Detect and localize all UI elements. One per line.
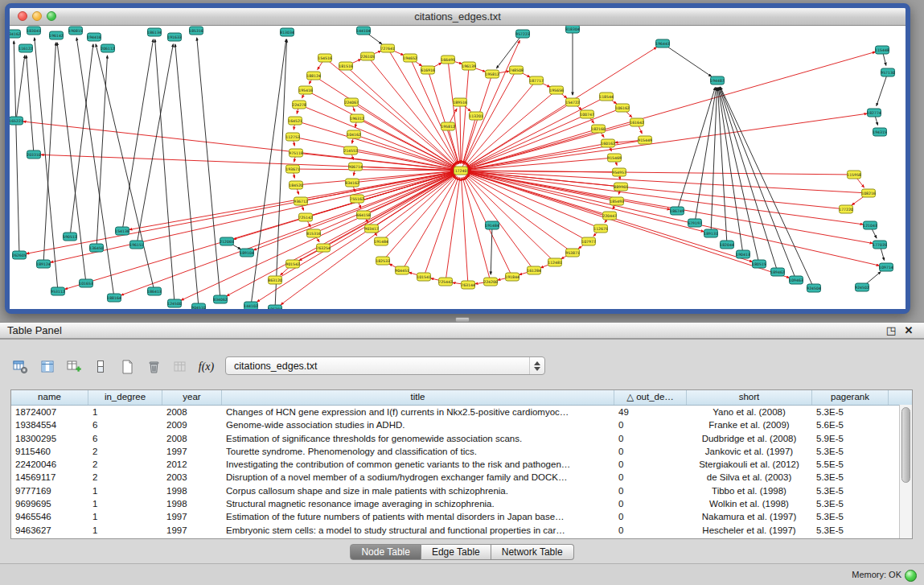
tab-edge-table[interactable]: Edge Table — [421, 544, 491, 560]
table-row[interactable]: 1872400712008Changes of HCN gene express… — [11, 406, 912, 418]
graph-node[interactable]: 220447 — [602, 212, 617, 220]
graph-node[interactable]: 975118 — [289, 149, 303, 157]
graph-node[interactable]: 191844 — [505, 273, 519, 281]
graph-node[interactable]: 115958 — [847, 171, 861, 179]
graph-node[interactable]: 187717 — [529, 76, 544, 84]
graph-node[interactable]: 183041 — [27, 27, 41, 35]
zoom-button[interactable] — [47, 11, 56, 21]
graph-node[interactable]: 616916 — [421, 66, 435, 74]
graph-node[interactable]: 191484 — [485, 221, 499, 229]
create-column-icon[interactable] — [63, 356, 84, 377]
graph-node[interactable]: 957130 — [881, 68, 895, 76]
graph-node[interactable]: 165221 — [10, 117, 23, 125]
column-header-in_degree[interactable]: in_degree — [88, 390, 162, 405]
graph-node[interactable]: 224200 — [483, 278, 498, 286]
graph-node[interactable]: 224278 — [292, 101, 306, 109]
graph-node[interactable]: 203310 — [27, 150, 41, 159]
graph-node[interactable]: 904451 — [395, 266, 409, 274]
graph-node[interactable]: 100747 — [580, 110, 594, 118]
graph-node[interactable]: 936712 — [294, 197, 308, 205]
table-select[interactable]: citations_edges.txt — [225, 356, 545, 375]
graph-node[interactable]: 144104 — [356, 27, 371, 35]
graph-node[interactable]: 226105 — [360, 52, 375, 60]
graph-node[interactable]: 191484 — [374, 237, 388, 245]
table-scrollbar[interactable] — [899, 405, 912, 538]
graph-node[interactable]: 154722 — [565, 98, 580, 106]
column-header-out_degree[interactable]: △ out_de… — [614, 390, 687, 405]
graph-node[interactable]: 189124 — [36, 260, 51, 268]
column-header-title[interactable]: title — [222, 390, 614, 405]
column-header-pagerank[interactable]: pagerank — [812, 390, 889, 405]
graph-node[interactable]: 196151 — [129, 241, 144, 249]
graph-node[interactable]: 109714 — [879, 263, 893, 271]
graph-node[interactable]: 196443 — [655, 39, 670, 47]
new-table-icon[interactable] — [116, 356, 138, 377]
graph-node[interactable]: 182774 — [867, 109, 881, 117]
graph-node[interactable]: 924504 — [807, 284, 821, 292]
graph-node[interactable]: 813034 — [280, 28, 294, 36]
graph-node[interactable]: 748508 — [509, 66, 524, 74]
graph-node[interactable]: 189131 — [704, 229, 718, 237]
graph-node[interactable]: 679197 — [688, 219, 702, 227]
graph-node[interactable]: 189516 — [453, 98, 467, 106]
scrollbar-thumb[interactable] — [901, 407, 910, 483]
graph-node[interactable]: 185493 — [610, 197, 624, 205]
table-row[interactable]: 2242004622012Investigating the contribut… — [11, 458, 912, 471]
graph-node[interactable]: 725442 — [438, 278, 453, 286]
table-row[interactable]: 977716911998Corpus callosum shape and si… — [11, 484, 912, 497]
graph-node[interactable]: 106162 — [615, 104, 630, 112]
graph-node[interactable]: 154136 — [115, 227, 129, 235]
graph-node[interactable]: 101653 — [79, 279, 93, 287]
graph-node[interactable]: 181516 — [339, 62, 353, 70]
graph-node[interactable]: 188164 — [107, 294, 121, 302]
graph-node[interactable]: 160162 — [601, 139, 615, 147]
graph-node[interactable]: 196139 — [462, 62, 476, 70]
graph-node[interactable]: 136450 — [89, 244, 104, 252]
graph-node[interactable]: 144102 — [244, 302, 258, 309]
table-row[interactable]: 1830029562008Estimation of significance … — [11, 432, 912, 445]
graph-node[interactable]: 182044 — [720, 241, 734, 249]
graph-node[interactable]: 194652 — [403, 54, 417, 62]
column-header-name[interactable]: name — [11, 390, 88, 405]
graph-node[interactable]: 112675 — [593, 225, 608, 233]
graph-node[interactable]: 112481 — [548, 258, 562, 266]
graph-node[interactable]: 262605 — [12, 251, 27, 259]
show-columns-icon[interactable] — [36, 356, 58, 377]
network-window-titlebar[interactable]: citations_edges.txt — [10, 8, 906, 26]
table-row[interactable]: 1456911722003Disruption of a novel membe… — [11, 471, 912, 484]
graph-node[interactable]: 214553 — [343, 146, 358, 154]
graph-node[interactable]: 755162 — [350, 195, 364, 203]
graph-node[interactable]: 194487 — [710, 76, 725, 84]
graph-node[interactable]: 953112 — [51, 287, 65, 295]
graph-node[interactable]: 115448 — [875, 46, 889, 54]
graph-node[interactable]: 901542 — [285, 260, 300, 268]
network-canvas[interactable]: 1724015451618812419541622427816452111275… — [10, 26, 906, 309]
graph-node[interactable]: 182533 — [376, 257, 390, 265]
graph-node[interactable]: 186749 — [670, 207, 684, 215]
function-builder-icon[interactable]: f(x) — [195, 356, 217, 377]
table-row[interactable]: 911546021997Tourette syndrome. Phenomeno… — [11, 445, 912, 458]
graph-node[interactable]: 195656 — [549, 86, 564, 94]
graph-node[interactable]: 189462 — [770, 268, 785, 276]
graph-node[interactable]: 161284 — [527, 266, 541, 274]
graph-node[interactable]: 953871 — [565, 249, 580, 257]
graph-node[interactable]: 725142 — [298, 213, 313, 221]
tab-network-table[interactable]: Network Table — [491, 544, 574, 560]
graph-node[interactable]: 191633 — [167, 33, 182, 41]
graph-node[interactable]: 164521 — [288, 117, 302, 125]
graph-node[interactable]: 17240 — [454, 167, 468, 175]
graph-node[interactable]: 188124 — [306, 72, 321, 80]
graph-node[interactable]: 818304 — [565, 26, 580, 33]
graph-node[interactable]: 834162 — [345, 179, 359, 187]
graph-node[interactable]: 224067 — [344, 98, 359, 106]
graph-node[interactable]: 763254 — [316, 244, 331, 252]
graph-node[interactable]: 664158 — [356, 211, 371, 219]
graph-node[interactable]: 957223 — [515, 30, 530, 38]
column-header-year[interactable]: year — [162, 390, 222, 405]
graph-node[interactable]: 124500 — [167, 299, 182, 307]
graph-node[interactable]: 815316 — [306, 229, 321, 237]
graph-node[interactable]: 107977 — [581, 237, 596, 245]
graph-node[interactable]: 177035 — [873, 241, 887, 249]
graph-node[interactable]: 904510 — [191, 303, 206, 309]
graph-node[interactable]: 186413 — [147, 287, 162, 295]
